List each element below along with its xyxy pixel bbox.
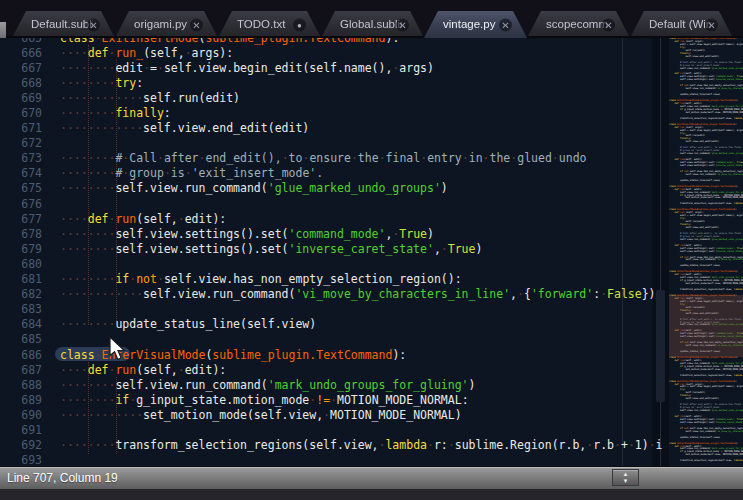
tab-scopecommand[interactable]: scopecommand✕: [527, 11, 630, 38]
spinner-down-icon[interactable]: ▼: [623, 478, 629, 485]
code-line-681[interactable]: 681········if·not·self.view.has_non_empt…: [0, 272, 743, 287]
tab-close-icon[interactable]: ✕: [87, 18, 100, 31]
tab-label: scopecommand: [546, 11, 608, 38]
line-number: 666: [0, 46, 42, 60]
line-content: ········if·g_input_state.motion_mode·!=·…: [60, 393, 469, 407]
minimap-line: transform_selection_regions(self.view, l…: [669, 289, 743, 292]
code-line-670[interactable]: 670········finally:: [0, 105, 743, 120]
line-number: 693: [0, 453, 42, 466]
tab-global-sublime[interactable]: Global.sublime✕: [321, 11, 424, 38]
line-number: 667: [0, 61, 42, 75]
code-line-668[interactable]: 668········try:: [0, 75, 743, 90]
code-line-678[interactable]: 678········self.view.settings().set('com…: [0, 226, 743, 241]
minimap[interactable]: class ExitInsertMode(sublime_plugin.Text…: [669, 38, 743, 466]
code-line-673[interactable]: 673········#·Call·after·end_edit(),·to·e…: [0, 151, 743, 166]
code-line-666[interactable]: 666····def·run_(self,·args):: [0, 45, 743, 60]
code-line-684[interactable]: 684········update_status_line(self.view): [0, 317, 743, 332]
tab-label: Global.sublime: [340, 11, 402, 38]
tab-todo-txt[interactable]: TODO.txt●: [218, 11, 321, 38]
tab-close-icon[interactable]: ✕: [705, 18, 718, 31]
line-number: 691: [0, 423, 42, 437]
code-line-676[interactable]: 676: [0, 196, 743, 211]
minimap-line: self.view.run_command('vi_move_by_charac…: [669, 431, 743, 434]
tab-vintage-py[interactable]: vintage.py✕: [424, 11, 527, 38]
line-number: 686: [0, 348, 42, 362]
line-content: ········self.view.run_command('mark_undo…: [60, 378, 475, 392]
line-content: ····def·run_(self,·args):: [60, 46, 233, 60]
line-content: ····def·run(self,·edit):: [60, 363, 226, 377]
tab-origami-py[interactable]: origami.py✕: [115, 11, 218, 38]
minimap-content: class ExitInsertMode(sublime_plugin.Text…: [669, 38, 743, 466]
tab-label: TODO.txt: [237, 11, 299, 38]
tab-close-icon[interactable]: ✕: [602, 18, 615, 31]
code-line-693[interactable]: 693: [0, 453, 743, 466]
minimap-line: transform_selection_regions(self.view, l…: [669, 460, 743, 463]
spinner-up-icon[interactable]: ▲: [623, 471, 629, 478]
line-content: ········finally:: [60, 106, 171, 120]
line-content: ········self.view.settings().set('invers…: [60, 242, 482, 256]
minimap-line: transform_selection_regions(self.view, l…: [669, 375, 743, 378]
line-number: 670: [0, 106, 42, 120]
code-line-689[interactable]: 689········if·g_input_state.motion_mode·…: [0, 392, 743, 407]
code-line-680[interactable]: 680: [0, 256, 743, 271]
minimap-line: self.view.settings().set('inverse_caret_…: [669, 165, 743, 168]
code-line-671[interactable]: 671············self.view.end_edit(edit): [0, 121, 743, 136]
tab-default-sublim[interactable]: Default.sublim✕: [12, 11, 115, 38]
tab-close-icon[interactable]: ✕: [499, 18, 512, 31]
line-number: 680: [0, 257, 42, 271]
code-line-688[interactable]: 688········self.view.run_command('mark_u…: [0, 377, 743, 392]
window-bottom-edge: [0, 489, 743, 500]
tab-bar: Default.sublim✕origami.py✕TODO.txt●Globa…: [0, 0, 743, 38]
scroll-spinner-button[interactable]: ▲ ▼: [612, 469, 639, 486]
minimap-line: set_motion_mode(self.view, MOTION_MODE_N…: [669, 112, 743, 115]
line-content: ············self.run(edit): [60, 91, 240, 105]
minimap-line: transform_selection_regions(self.view, l…: [669, 203, 743, 206]
code-line-669[interactable]: 669············self.run(edit): [0, 90, 743, 105]
code-line-683[interactable]: 683: [0, 302, 743, 317]
line-content: ········#·Call·after·end_edit(),·to·ensu…: [60, 151, 586, 165]
line-content: ············self.view.end_edit(edit): [60, 121, 309, 135]
minimap-line: set_motion_mode(self.view, MOTION_MODE_N…: [669, 283, 743, 286]
tab-close-icon[interactable]: ✕: [396, 18, 409, 31]
line-number: 687: [0, 363, 42, 377]
line-number: 685: [0, 332, 42, 346]
line-content: ········self.view.settings().set('comman…: [60, 227, 434, 241]
code-line-687[interactable]: 687····def·run(self,·edit):: [0, 362, 743, 377]
tab-default-windo[interactable]: Default (Windo✕: [630, 11, 733, 38]
sublime-text-window: Default.sublim✕origami.py✕TODO.txt●Globa…: [0, 0, 743, 500]
code-line-672[interactable]: 672: [0, 136, 743, 151]
tab-label: vintage.py: [443, 11, 505, 38]
line-number: 668: [0, 76, 42, 90]
line-number: 677: [0, 212, 42, 226]
code-line-692[interactable]: 692········transform_selection_regions(s…: [0, 438, 743, 453]
minimap-line: transform_selection_regions(self.view, l…: [669, 118, 743, 121]
tab-close-icon[interactable]: ✕: [190, 18, 203, 31]
line-number: 671: [0, 121, 42, 135]
minimap-line: self.view.run_command('glue_marked_undo_…: [669, 239, 743, 242]
code-line-674[interactable]: 674········#·group·is·'exit_insert_mode'…: [0, 166, 743, 181]
line-number: 674: [0, 166, 42, 180]
line-content: ········transform_selection_regions(self…: [60, 438, 663, 452]
code-line-690[interactable]: 690············set_motion_mode(self.view…: [0, 407, 743, 422]
code-line-682[interactable]: 682············self.view.run_command('vi…: [0, 287, 743, 302]
minimap-line: self.view.run_command('glue_marked_undo_…: [669, 410, 743, 413]
code-line-679[interactable]: 679········self.view.settings().set('inv…: [0, 241, 743, 256]
code-editor[interactable]: 665class·ExitInsertMode(sublime_plugin.T…: [0, 38, 743, 466]
line-number: 683: [0, 302, 42, 316]
code-line-667[interactable]: 667········edit·=·self.view.begin_edit(s…: [0, 60, 743, 75]
line-content: ············self.view.run_command('vi_mo…: [60, 287, 656, 301]
code-line-677[interactable]: 677····def·run(self,·edit):: [0, 211, 743, 226]
code-line-665[interactable]: 665class·ExitInsertMode(sublime_plugin.T…: [0, 38, 743, 45]
line-number: 689: [0, 393, 42, 407]
code-line-675[interactable]: 675········self.view.run_command('glue_m…: [0, 181, 743, 196]
modified-dot-icon[interactable]: ●: [293, 18, 306, 31]
minimap-line: set_motion_mode(self.view, MOTION_MODE_N…: [669, 197, 743, 200]
line-content: ············set_motion_mode(self.view,·M…: [60, 408, 462, 422]
minimap-line: self.view.settings().set('inverse_caret_…: [669, 79, 743, 82]
line-number: 676: [0, 197, 42, 211]
minimap-viewport[interactable]: [669, 295, 743, 357]
minimap-line: set_motion_mode(self.view, MOTION_MODE_N…: [669, 369, 743, 372]
minimap-line: self.view.settings().set('inverse_caret_…: [669, 251, 743, 254]
code-line-691[interactable]: 691: [0, 422, 743, 437]
line-content: ········if·not·self.view.has_non_empty_s…: [60, 272, 462, 286]
